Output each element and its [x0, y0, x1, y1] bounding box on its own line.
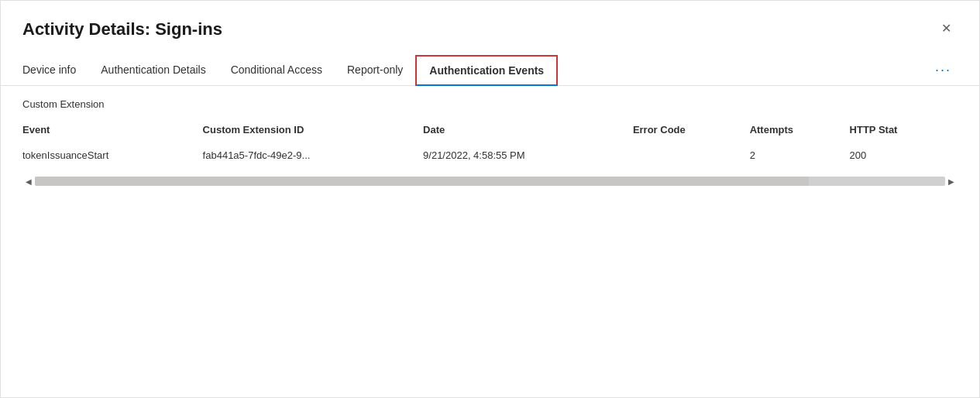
cell-error-code — [633, 142, 750, 169]
dialog-header: Activity Details: Sign-ins ✕ — [1, 1, 979, 39]
scroll-left-arrow[interactable]: ◀ — [22, 175, 35, 187]
tab-conditional-access[interactable]: Conditional Access — [218, 56, 335, 85]
scrollbar-track[interactable] — [35, 177, 945, 186]
cell-date: 9/21/2022, 4:58:55 PM — [423, 142, 633, 169]
table-wrapper: Event Custom Extension ID Date Error Cod… — [22, 118, 958, 169]
dialog-title: Activity Details: Sign-ins — [22, 19, 222, 39]
cell-custom-extension-id: fab441a5-7fdc-49e2-9... — [203, 142, 423, 169]
section-label: Custom Extension — [22, 98, 958, 110]
tabs-container: Device info Authentication Details Condi… — [1, 39, 979, 86]
custom-extension-table: Event Custom Extension ID Date Error Cod… — [22, 118, 958, 169]
scroll-right-arrow[interactable]: ▶ — [945, 175, 958, 187]
col-header-http-stat: HTTP Stat — [850, 118, 958, 142]
content-area: Custom Extension Event Custom Extension … — [1, 86, 979, 187]
col-header-error-code: Error Code — [633, 118, 750, 142]
cell-http-stat: 200 — [850, 142, 958, 169]
horizontal-scrollbar[interactable]: ◀ ▶ — [22, 175, 958, 187]
table-row[interactable]: tokenIssuanceStart fab441a5-7fdc-49e2-9.… — [22, 142, 958, 169]
col-header-event: Event — [22, 118, 203, 142]
close-button[interactable]: ✕ — [935, 19, 958, 38]
tab-report-only[interactable]: Report-only — [335, 56, 415, 85]
activity-details-dialog: Activity Details: Sign-ins ✕ Device info… — [0, 0, 980, 398]
tab-authentication-details[interactable]: Authentication Details — [88, 56, 218, 85]
more-tabs-button[interactable]: ··· — [929, 59, 958, 81]
table-header-row: Event Custom Extension ID Date Error Cod… — [22, 118, 958, 142]
cell-event: tokenIssuanceStart — [22, 142, 203, 169]
tab-authentication-events[interactable]: Authentication Events — [415, 55, 558, 86]
col-header-custom-extension-id: Custom Extension ID — [203, 118, 423, 142]
col-header-attempts: Attempts — [750, 118, 850, 142]
scrollbar-thumb[interactable] — [35, 177, 809, 186]
cell-attempts: 2 — [750, 142, 850, 169]
col-header-date: Date — [423, 118, 633, 142]
tab-device-info[interactable]: Device info — [22, 56, 88, 85]
